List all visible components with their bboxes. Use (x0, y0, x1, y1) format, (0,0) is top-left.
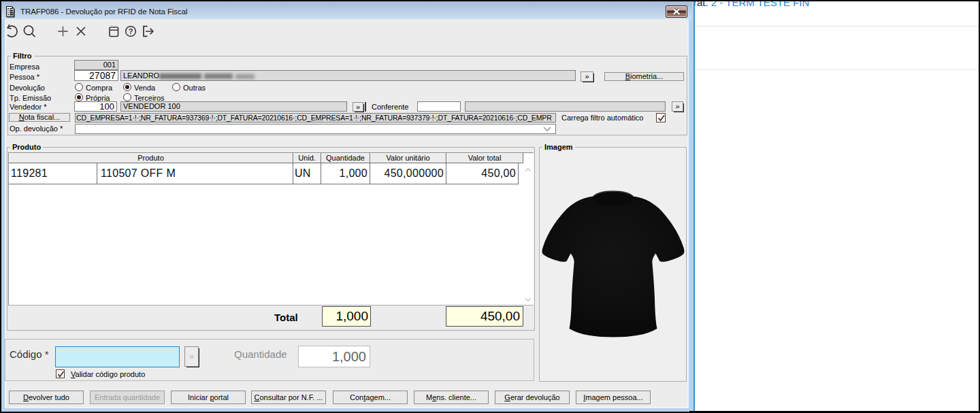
svg-text:?: ? (129, 27, 133, 35)
